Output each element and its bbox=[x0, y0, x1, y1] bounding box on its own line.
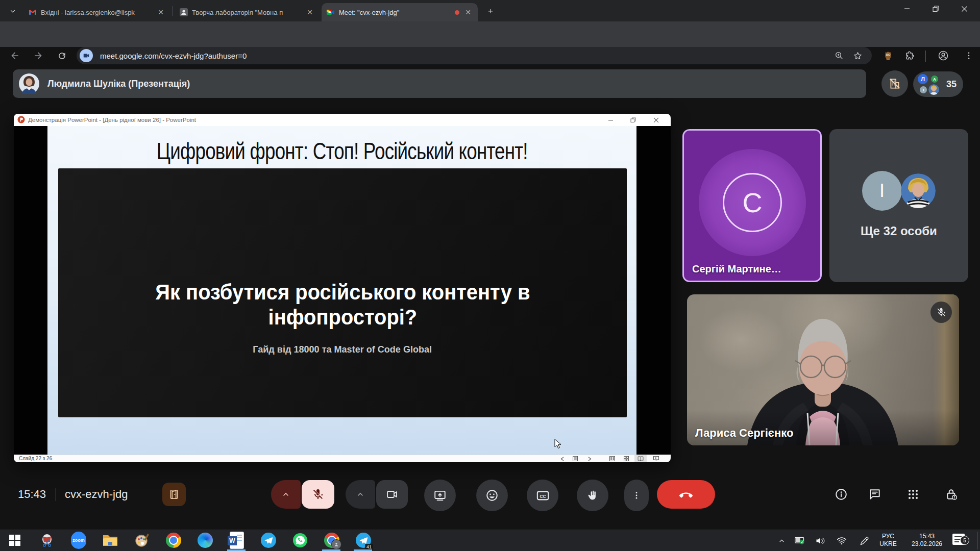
overflow-participants-tile[interactable]: I Ще 32 особи bbox=[829, 129, 968, 282]
next-slide-icon[interactable] bbox=[585, 456, 594, 462]
window-minimize-button[interactable] bbox=[895, 0, 919, 17]
slide-title: Цифровий фронт: Стоп! Російський контент… bbox=[47, 137, 636, 165]
reactions-emoji-button[interactable] bbox=[476, 480, 508, 511]
participant-tile-sergiy[interactable]: C Сергій Мартине… bbox=[682, 129, 822, 282]
svg-text:CC: CC bbox=[540, 493, 546, 498]
back-button[interactable] bbox=[7, 48, 22, 63]
avatar-photo bbox=[901, 173, 936, 208]
snipping-tool-icon[interactable] bbox=[34, 530, 60, 551]
show-desktop-divider[interactable] bbox=[977, 532, 977, 549]
tray-wifi-icon[interactable] bbox=[834, 534, 849, 548]
browser-tab-strip: Вхідні - larissa.sergienko@lispk ✕ Творч… bbox=[0, 0, 980, 21]
meeting-room-door-icon[interactable] bbox=[162, 483, 186, 506]
tab-lab[interactable]: Творча лабораторія "Мовна п ✕ bbox=[175, 3, 320, 21]
address-bar[interactable]: meet.google.com/cvx-ezvh-jdg?authuser=0 bbox=[77, 47, 872, 64]
zoom-page-icon[interactable] bbox=[835, 51, 844, 60]
ppt-close-button[interactable] bbox=[645, 114, 667, 126]
edge-icon[interactable] bbox=[192, 530, 218, 551]
slide-subtitle: Гайд від 18000 та Master of Code Global bbox=[58, 344, 627, 355]
tray-hidden-icons-chevron[interactable] bbox=[774, 534, 789, 548]
action-center-icon[interactable]: 5 bbox=[952, 534, 973, 548]
tray-volume-icon[interactable] bbox=[813, 534, 828, 548]
chrome-profile-icon[interactable] bbox=[319, 530, 345, 551]
slide-content-box: Як позбутися російського контенту в інфо… bbox=[58, 168, 627, 417]
forward-button[interactable] bbox=[31, 48, 46, 63]
start-button[interactable] bbox=[2, 530, 28, 551]
slide-menu-icon[interactable] bbox=[571, 456, 579, 462]
participants-avatar-cluster: Л A I bbox=[918, 73, 940, 95]
tray-security-display-icon[interactable] bbox=[792, 534, 807, 548]
telegram-2-icon[interactable]: 41 bbox=[351, 530, 376, 551]
telegram-icon[interactable] bbox=[256, 530, 281, 551]
meet-favicon-icon bbox=[327, 8, 335, 16]
tab-title: Творча лабораторія "Мовна п bbox=[192, 9, 301, 16]
participants-button[interactable]: Л A I 35 bbox=[913, 71, 963, 97]
meeting-details-info-icon[interactable] bbox=[833, 486, 849, 503]
word-icon[interactable]: W bbox=[224, 530, 250, 551]
profile-icon[interactable] bbox=[936, 49, 950, 62]
owl-extension-icon[interactable] bbox=[881, 49, 895, 62]
effects-off-button[interactable] bbox=[881, 70, 908, 97]
mouse-cursor bbox=[554, 439, 562, 450]
participant-name: Лариса Сергієнко bbox=[695, 427, 793, 440]
tab-close-icon[interactable]: ✕ bbox=[305, 8, 314, 17]
presenter-name: Людмила Шуліка (Презентація) bbox=[47, 79, 190, 89]
tray-pen-icon[interactable] bbox=[856, 534, 872, 548]
tab-title: Вхідні - larissa.sergienko@lispk bbox=[41, 9, 152, 16]
camera-permission-icon[interactable] bbox=[80, 49, 93, 62]
zoom-app-label: zoom bbox=[72, 538, 85, 543]
tab-close-icon[interactable]: ✕ bbox=[463, 8, 473, 17]
avatar-photo bbox=[928, 84, 939, 95]
reading-view-icon[interactable] bbox=[634, 455, 647, 462]
url-text[interactable]: meet.google.com/cvx-ezvh-jdg?authuser=0 bbox=[100, 52, 835, 60]
camera-options-chevron[interactable] bbox=[346, 480, 375, 509]
window-restore-button[interactable] bbox=[924, 0, 947, 17]
raise-hand-button[interactable] bbox=[577, 480, 608, 511]
meeting-time: 15:43 bbox=[18, 487, 46, 502]
person-favicon-icon bbox=[180, 8, 188, 16]
slide-sorter-icon[interactable] bbox=[620, 455, 632, 462]
reload-button[interactable] bbox=[54, 48, 69, 63]
window-close-button[interactable] bbox=[952, 0, 976, 17]
tab-title: Meet: "cvx-ezvh-jdg" bbox=[339, 9, 451, 16]
tray-clock[interactable]: 15:43 23.02.2026 bbox=[904, 533, 949, 547]
avatar-initial-circle: I bbox=[862, 171, 902, 211]
tray-language[interactable]: РУС UKRE bbox=[874, 533, 902, 547]
extensions-puzzle-icon[interactable] bbox=[902, 49, 917, 62]
paint-icon[interactable] bbox=[129, 530, 155, 551]
slideshow-view-icon[interactable] bbox=[650, 455, 662, 462]
tab-meet-active[interactable]: Meet: "cvx-ezvh-jdg" ✕ bbox=[322, 3, 478, 21]
host-controls-lock-icon[interactable] bbox=[943, 486, 960, 503]
new-tab-button[interactable] bbox=[484, 5, 497, 18]
present-screen-button[interactable] bbox=[424, 480, 456, 511]
profile-badge-icon bbox=[331, 539, 341, 549]
captions-button[interactable]: CC bbox=[527, 480, 558, 511]
bookmark-star-icon[interactable] bbox=[853, 51, 863, 61]
presenter-avatar bbox=[19, 73, 39, 94]
avatar-letter: I bbox=[920, 86, 927, 93]
ppt-restore-button[interactable] bbox=[622, 114, 644, 126]
tray-date: 23.02.2026 bbox=[904, 540, 949, 548]
keyboard-layout: UKRE bbox=[874, 540, 902, 548]
end-call-button[interactable] bbox=[657, 480, 715, 509]
zoom-app-icon[interactable]: zoom bbox=[66, 530, 91, 551]
activities-grid-icon[interactable] bbox=[905, 486, 921, 503]
mic-mute-button[interactable] bbox=[302, 480, 334, 509]
participants-count: 35 bbox=[946, 71, 957, 97]
whatsapp-icon[interactable] bbox=[287, 530, 313, 551]
tab-search-chevron-icon[interactable] bbox=[5, 4, 20, 19]
ppt-minimize-button[interactable] bbox=[600, 114, 621, 126]
camera-button[interactable] bbox=[376, 480, 408, 509]
mic-options-chevron[interactable] bbox=[271, 480, 301, 509]
file-explorer-icon[interactable] bbox=[97, 530, 123, 551]
chat-button[interactable] bbox=[867, 486, 883, 503]
tab-close-icon[interactable]: ✕ bbox=[156, 8, 165, 17]
normal-view-icon[interactable] bbox=[606, 455, 618, 462]
tab-gmail[interactable]: Вхідні - larissa.sergienko@lispk ✕ bbox=[23, 3, 170, 21]
chrome-icon[interactable] bbox=[161, 530, 186, 551]
participant-tile-larysa-video[interactable]: Лариса Сергієнко bbox=[687, 294, 959, 445]
browser-menu-kebab-icon[interactable] bbox=[962, 49, 976, 62]
prev-slide-icon[interactable] bbox=[558, 456, 566, 462]
avatar-initial: C bbox=[743, 187, 763, 218]
more-options-button[interactable] bbox=[624, 480, 649, 511]
